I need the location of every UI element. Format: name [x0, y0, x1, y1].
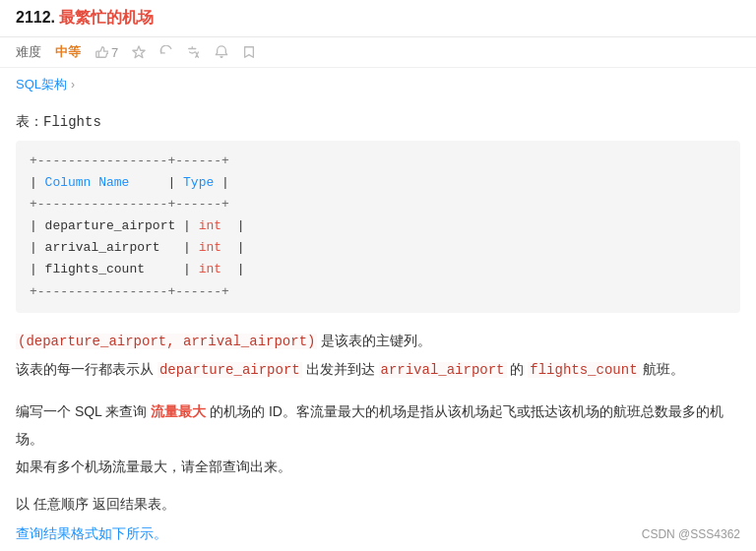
- difficulty-label: 难度: [16, 43, 41, 61]
- col-type-header: Type: [183, 175, 214, 190]
- desc-line-2: 该表的每一行都表示从 departure_airport 出发并到达 arriv…: [16, 355, 740, 384]
- schema-border-bot: +-----------------+------+: [30, 281, 726, 303]
- schema-row-2: | arrival_airport | int |: [30, 237, 726, 259]
- svg-marker-0: [133, 46, 145, 58]
- table-label-text: 表：: [16, 113, 43, 129]
- thumb-up-icon: [94, 45, 108, 59]
- like-count: 7: [111, 45, 118, 60]
- schema-box: +-----------------+------+ | Column Name…: [16, 141, 740, 313]
- page-title: 2112. 最繁忙的机场: [16, 8, 154, 29]
- title-prefix: 2112.: [16, 9, 59, 26]
- refresh-icon-group[interactable]: [159, 45, 173, 59]
- schema-row-1: | departure_airport | int |: [30, 215, 726, 237]
- query-result-link-container[interactable]: 查询结果格式如下所示。: [16, 525, 740, 543]
- footer-brand: CSDN @SSS4362: [642, 527, 740, 541]
- task-block: 编写一个 SQL 来查询 流量最大 的机场的 ID。客流量最大的机场是指从该机场…: [16, 398, 740, 480]
- description-block: (departure_airport, arrival_airport) 是该表…: [16, 327, 740, 384]
- task-line-2: 如果有多个机场流量最大，请全部查询出来。: [16, 453, 740, 480]
- top-bar: 2112. 最繁忙的机场: [0, 0, 756, 37]
- star-icon: [132, 45, 146, 59]
- bookmark-icon: [242, 45, 256, 59]
- schema-header-row: | Column Name | Type |: [30, 172, 726, 194]
- translate-icon: [187, 45, 201, 59]
- schema-border-top: +-----------------+------+: [30, 151, 726, 172]
- bookmark-icon-group[interactable]: [242, 45, 256, 59]
- breadcrumb-arrow: ›: [71, 78, 75, 92]
- task-line-1: 编写一个 SQL 来查询 流量最大 的机场的 ID。客流量最大的机场是指从该机场…: [16, 398, 740, 453]
- col-name-header: Column Name: [45, 175, 160, 190]
- refresh-icon: [159, 45, 173, 59]
- bell-icon-group[interactable]: [215, 45, 228, 59]
- title-main: 最繁忙的机场: [59, 9, 154, 26]
- brand-text: CSDN @SSS4362: [642, 527, 740, 541]
- return-note: 以 任意顺序 返回结果表。: [16, 490, 740, 518]
- bell-icon: [215, 45, 228, 59]
- like-icon-group[interactable]: 7: [94, 45, 118, 60]
- desc-line-1: (departure_airport, arrival_airport) 是该表…: [16, 327, 740, 355]
- translate-icon-group[interactable]: [187, 45, 201, 59]
- meta-bar: 难度 中等 7: [0, 37, 756, 68]
- table-name: Flights: [43, 114, 101, 130]
- table-label: 表：Flights: [16, 113, 740, 131]
- breadcrumb-text: SQL架构: [16, 76, 67, 93]
- difficulty-value: 中等: [55, 43, 81, 61]
- schema-row-3: | flights_count | int |: [30, 259, 726, 280]
- star-icon-group[interactable]: [132, 45, 146, 59]
- schema-border-mid: +-----------------+------+: [30, 194, 726, 215]
- content-area: 表：Flights +-----------------+------+ | C…: [0, 101, 756, 551]
- breadcrumb[interactable]: SQL架构 ›: [0, 68, 756, 101]
- query-result-link[interactable]: 查询结果格式如下所示。: [16, 525, 167, 541]
